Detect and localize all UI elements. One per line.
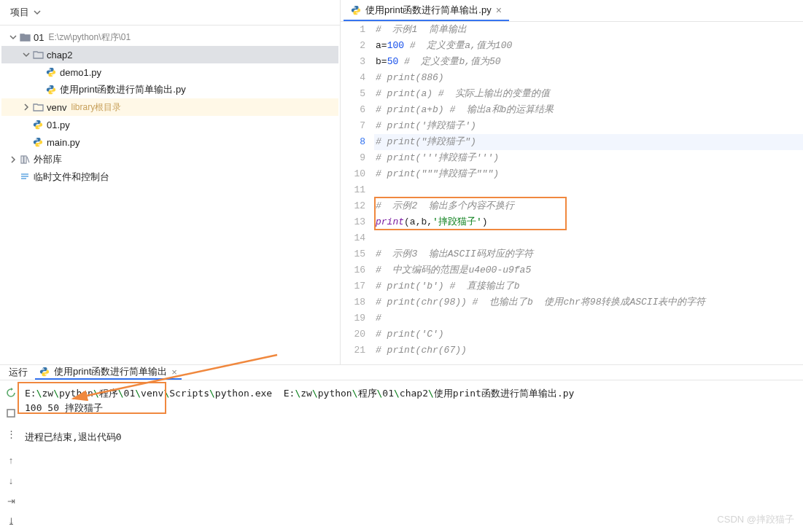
python-file-icon (46, 85, 56, 95)
svg-point-14 (45, 375, 46, 375)
code-line[interactable]: # (374, 310, 803, 326)
tree-label: 临时文件和控制台 (34, 171, 109, 184)
watermark: CSDN @摔跤猫子 (717, 513, 794, 526)
more-icon[interactable]: ⋮ (4, 427, 18, 440)
tree-file-main[interactable]: main.py (1, 133, 338, 151)
run-tab-label: 使用print函数进行简单输出 (54, 365, 167, 378)
tree-label: venv (47, 102, 66, 113)
python-file-icon (33, 120, 43, 130)
run-panel-title: 运行 (9, 366, 28, 379)
svg-rect-8 (21, 156, 23, 163)
tab-label: 使用print函数进行简单输出.py (365, 4, 492, 17)
chevron-down-icon (9, 34, 17, 41)
project-tree: 01 E:\zw\python\程序\01 chap2 demo1.py 使用p… (0, 26, 340, 364)
tree-file-current[interactable]: 使用print函数进行简单输出.py (1, 81, 338, 98)
stop-button[interactable] (4, 407, 18, 420)
folder-icon (33, 50, 44, 59)
code-line[interactable]: # print('摔跤猫子') (374, 118, 803, 134)
tree-folder-venv[interactable]: venv library根目录 (1, 98, 338, 116)
run-panel: 运行 使用print函数进行简单输出 × ⋮ ↑ ↓ ⇥ ⤓ ⎙ E:\zw\p… (0, 364, 803, 532)
code-line[interactable]: # print('b') # 直接输出了b (374, 278, 803, 294)
svg-point-6 (36, 138, 37, 139)
svg-point-1 (52, 75, 53, 76)
svg-point-13 (43, 368, 44, 369)
svg-point-0 (50, 69, 50, 69)
down-arrow-icon[interactable]: ↓ (4, 474, 18, 487)
code-line[interactable]: # print(chr(98)) # 也输出了b 使用chr将98转换成ASCI… (374, 294, 803, 310)
editor-panel: 使用print函数进行简单输出.py × 1234567891011121314… (341, 0, 803, 364)
run-panel-header: 运行 使用print函数进行简单输出 × (0, 365, 803, 380)
python-file-icon (351, 5, 361, 15)
svg-point-11 (354, 7, 355, 7)
code-line[interactable]: # print('C') (374, 326, 803, 343)
svg-point-5 (39, 128, 39, 128)
console-output-line: 100 50 摔跤猫子 (25, 401, 800, 415)
svg-line-10 (27, 157, 29, 163)
library-icon (20, 154, 30, 165)
scroll-to-end-icon[interactable]: ⤓ (4, 515, 18, 528)
svg-point-7 (39, 145, 39, 146)
python-file-icon (39, 367, 50, 377)
editor-code-area[interactable]: # 示例1 简单输出a=100 # 定义变量a,值为100b=50 # 定义变量… (374, 22, 803, 364)
code-line[interactable]: print(a,b,'摔跤猫子') (374, 214, 803, 230)
tree-label: 外部库 (34, 153, 62, 166)
close-icon[interactable]: × (171, 367, 177, 378)
code-line[interactable] (374, 230, 803, 246)
tree-label: 使用print函数进行简单输出.py (60, 83, 186, 96)
code-line[interactable]: # print("摔跤猫子") (374, 134, 803, 150)
run-tab[interactable]: 使用print函数进行简单输出 × (35, 365, 182, 380)
close-icon[interactable]: × (496, 4, 502, 16)
code-line[interactable]: # print(a) # 实际上输出的变量的值 (374, 86, 803, 102)
editor-tabs: 使用print函数进行简单输出.py × (341, 0, 803, 22)
tree-label: 01.py (47, 120, 70, 130)
code-editor[interactable]: 123456789101112131415161718192021 # 示例1 … (341, 22, 803, 364)
tree-label: 01 (34, 32, 44, 43)
code-line[interactable]: # print(a+b) # 输出a和b的运算结果 (374, 102, 803, 118)
tree-path: E:\zw\python\程序\01 (48, 31, 131, 44)
folder-icon (20, 33, 31, 42)
editor-gutter: 123456789101112131415161718192021 (341, 22, 374, 364)
chevron-right-icon (23, 103, 30, 111)
code-line[interactable]: # print('''摔跤猫子''') (374, 150, 803, 166)
svg-rect-15 (7, 410, 15, 417)
code-line[interactable]: a=100 # 定义变量a,值为100 (374, 38, 803, 54)
chevron-right-icon (9, 156, 17, 163)
tree-file-01py[interactable]: 01.py (1, 116, 338, 133)
python-file-icon (46, 67, 56, 77)
code-line[interactable]: # 中文编码的范围是u4e00-u9fa5 (374, 262, 803, 278)
tree-label: chap2 (47, 50, 72, 60)
code-line[interactable]: # print("""摔跤猫子""") (374, 166, 803, 182)
soft-wrap-icon[interactable]: ⇥ (4, 494, 18, 507)
project-panel: 项目 01 E:\zw\python\程序\01 chap2 demo1.py (0, 0, 341, 364)
svg-rect-9 (24, 156, 26, 163)
scratch-icon (20, 172, 30, 182)
console-blank (25, 415, 800, 430)
code-line[interactable]: # print(886) (374, 70, 803, 86)
svg-point-12 (357, 12, 357, 13)
chevron-down-icon (34, 9, 41, 16)
folder-icon (33, 103, 44, 112)
rerun-button[interactable] (4, 386, 18, 399)
code-line[interactable]: # 示例3 输出ASCII码对应的字符 (374, 246, 803, 262)
project-header[interactable]: 项目 (0, 0, 340, 26)
code-line[interactable]: # print(chr(67)) (374, 343, 803, 359)
up-arrow-icon[interactable]: ↑ (4, 453, 18, 466)
python-file-icon (33, 137, 43, 147)
run-toolbar: ⋮ ↑ ↓ ⇥ ⤓ ⎙ (0, 380, 22, 532)
code-line[interactable]: # 示例2 输出多个内容不换行 (374, 198, 803, 214)
editor-tab-active[interactable]: 使用print函数进行简单输出.py × (344, 0, 509, 21)
svg-point-3 (52, 93, 53, 93)
code-line[interactable]: b=50 # 定义变量b,值为50 (374, 54, 803, 70)
tree-label: demo1.py (60, 67, 101, 78)
project-header-label: 项目 (10, 6, 29, 19)
tree-external-libs[interactable]: 外部库 (1, 151, 338, 168)
run-console[interactable]: E:\zw\python\程序\01\venv\Scripts\python.e… (22, 380, 803, 532)
tree-file-demo1[interactable]: demo1.py (1, 63, 338, 81)
svg-point-4 (36, 121, 37, 122)
code-line[interactable] (374, 182, 803, 198)
tree-folder-chap2[interactable]: chap2 (1, 46, 338, 63)
tree-scratches[interactable]: 临时文件和控制台 (1, 168, 338, 186)
code-line[interactable]: # 示例1 简单输出 (374, 22, 803, 38)
console-command-line: E:\zw\python\程序\01\venv\Scripts\python.e… (25, 386, 800, 401)
tree-folder-root[interactable]: 01 E:\zw\python\程序\01 (1, 28, 338, 46)
